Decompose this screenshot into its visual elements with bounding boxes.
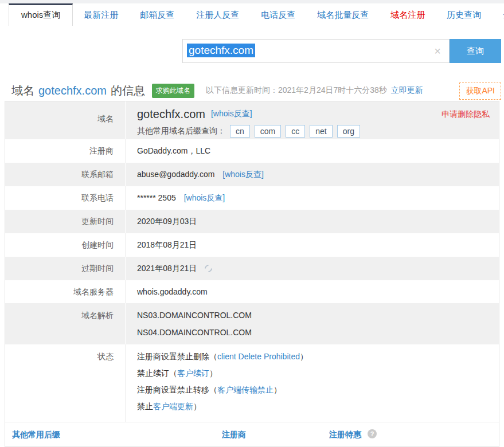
- table-row-nameservers: 域名解析 NS03.DOMAINCONTROL.COM NS04.DOMAINC…: [5, 303, 499, 344]
- buy-domain-badge[interactable]: 求购此域名: [152, 84, 194, 98]
- dns-server-value: whois.godaddy.com: [126, 280, 499, 303]
- footer-col-registrar: 注册商: [222, 430, 246, 440]
- clear-icon[interactable]: ×: [434, 40, 441, 62]
- refresh-now-link[interactable]: 立即更新: [391, 85, 423, 96]
- nameservers-value: NS03.DOMAINCONTROL.COM NS04.DOMAINCONTRO…: [126, 303, 499, 344]
- status-text: 注册商设置禁止转移（: [137, 385, 217, 394]
- status-line: 注册商设置禁止转移（客户端传输禁止）: [137, 382, 499, 398]
- whois-reverse-link[interactable]: [whois反查]: [222, 170, 264, 179]
- update-time-value: 2021年2月24日7时十六分38秒: [278, 85, 387, 95]
- row-label: 注册商: [5, 139, 126, 163]
- status-link[interactable]: 客户端更新: [153, 402, 193, 411]
- status-line: 禁止续订（客户续订）: [137, 365, 499, 382]
- title-domain: gotechfx.com: [38, 84, 107, 97]
- row-label: 更新时间: [5, 210, 126, 233]
- search-input-value-selected: gotechfx.com: [187, 44, 255, 57]
- phone-number: ****** 2505: [137, 193, 176, 202]
- email-value: abuse@godaddy.com [whois反查]: [126, 163, 499, 186]
- footer-col-promo: 注册特惠: [329, 430, 361, 440]
- suffix-box-org[interactable]: org: [337, 125, 360, 138]
- status-line: 注册商设置禁止删除（client Delete Prohibited）: [137, 348, 499, 365]
- row-label: 联系邮箱: [5, 163, 126, 186]
- whois-page: whois查询 最新注册 邮箱反查 注册人反查 电话反查 域名批量反查 域名注册…: [0, 0, 504, 447]
- row-label: 域名服务器: [5, 280, 126, 303]
- loading-spinner-icon: [203, 263, 213, 273]
- table-row-domain: 域名 gotechfx.com [whois反查] 申请删除隐私 其他常用域名后…: [5, 101, 499, 139]
- table-row-email: 联系邮箱 abuse@godaddy.com [whois反查]: [5, 163, 499, 186]
- suffix-box-com[interactable]: com: [255, 125, 281, 138]
- registrar-value: GoDaddy.com，LLC: [126, 139, 499, 163]
- tab-registrant-reverse[interactable]: 注册人反查: [185, 3, 250, 26]
- title-prefix: 域名: [11, 83, 34, 99]
- footer-col-other-suffixes: 其他常用后缀: [12, 430, 60, 440]
- nav-tabbar: whois查询 最新注册 邮箱反查 注册人反查 电话反查 域名批量反查 域名注册…: [0, 3, 504, 26]
- row-label: 状态: [5, 344, 126, 422]
- row-label: 创建时间: [5, 233, 126, 257]
- tab-global-domains[interactable]: 全球域名: [492, 3, 504, 26]
- delete-privacy-link[interactable]: 申请删除隐私: [442, 109, 490, 120]
- update-time-text: 以下信息更新时间：2021年2月24日7时十六分38秒: [206, 85, 387, 96]
- status-close: ）: [274, 385, 282, 394]
- help-icon[interactable]: ?: [368, 429, 377, 438]
- status-link[interactable]: client Delete Prohibited: [217, 352, 300, 361]
- phone-value: ****** 2505 [whois反查]: [126, 186, 499, 210]
- status-text: 禁止: [137, 402, 153, 411]
- status-close: ）: [209, 368, 217, 378]
- suffix-box-cc[interactable]: cc: [286, 125, 305, 138]
- footer-header-row: 其他常用后缀 注册商 注册特惠 ?: [5, 422, 499, 447]
- tab-history-query[interactable]: 历史查询: [436, 3, 492, 26]
- tab-email-reverse[interactable]: 邮箱反查: [129, 3, 185, 26]
- status-text: 注册商设置禁止删除（: [137, 352, 217, 361]
- status-text: 禁止续订（: [137, 368, 177, 378]
- expires-date: 2021年08月21日: [137, 264, 197, 273]
- update-time-label: 以下信息更新时间：: [206, 85, 278, 95]
- status-value: 注册商设置禁止删除（client Delete Prohibited） 禁止续订…: [126, 344, 499, 422]
- table-row-status: 状态 注册商设置禁止删除（client Delete Prohibited） 禁…: [5, 344, 499, 422]
- tab-batch-reverse[interactable]: 域名批量反查: [306, 3, 380, 26]
- tab-domain-register[interactable]: 域名注册: [380, 3, 436, 26]
- nameserver-2: NS04.DOMAINCONTROL.COM: [137, 324, 499, 341]
- suffix-box-cn[interactable]: cn: [230, 125, 250, 138]
- row-label: 过期时间: [5, 257, 126, 280]
- suffix-query-label: 其他常用域名后缀查询：: [137, 126, 225, 136]
- status-close: ）: [300, 352, 308, 361]
- expires-value: 2021年08月21日: [126, 257, 499, 280]
- tab-whois-query[interactable]: whois查询: [9, 3, 73, 26]
- row-label: 域名: [5, 101, 126, 139]
- whois-reverse-link[interactable]: [whois反查]: [211, 109, 252, 119]
- search-button[interactable]: 查询: [450, 39, 501, 63]
- table-row-updated: 更新时间 2020年09月03日: [5, 210, 499, 233]
- created-value: 2018年08月21日: [126, 233, 499, 257]
- status-line: 禁止客户端更新）: [137, 398, 499, 415]
- get-api-button[interactable]: 获取API: [459, 83, 501, 100]
- tab-phone-reverse[interactable]: 电话反查: [250, 3, 306, 26]
- updated-value: 2020年09月03日: [126, 210, 499, 233]
- table-row-expires: 过期时间 2021年08月21日: [5, 257, 499, 280]
- table-row-registrar: 注册商 GoDaddy.com，LLC: [5, 139, 499, 163]
- nameserver-1: NS03.DOMAINCONTROL.COM: [137, 307, 499, 324]
- title-suffix: 的信息: [111, 83, 145, 99]
- result-titlebar: 域名 gotechfx.com 的信息 求购此域名 以下信息更新时间：2021年…: [11, 81, 501, 100]
- status-link[interactable]: 客户端传输禁止: [217, 385, 274, 394]
- row-label: 域名解析: [5, 303, 126, 344]
- status-link[interactable]: 客户续订: [177, 368, 209, 378]
- domain-value: gotechfx.com: [137, 108, 205, 121]
- status-close: ）: [193, 402, 201, 411]
- table-row-created: 创建时间 2018年08月21日: [5, 233, 499, 257]
- table-row-phone: 联系电话 ****** 2505 [whois反查]: [5, 186, 499, 210]
- tab-latest-registered[interactable]: 最新注册: [73, 3, 129, 26]
- search-input[interactable]: gotechfx.com ×: [182, 39, 450, 63]
- whois-reverse-link[interactable]: [whois反查]: [184, 193, 225, 202]
- email-address: abuse@godaddy.com: [137, 170, 214, 179]
- row-value: gotechfx.com [whois反查] 申请删除隐私 其他常用域名后缀查询…: [126, 101, 499, 139]
- table-row-dns-server: 域名服务器 whois.godaddy.com: [5, 280, 499, 303]
- whois-info-table: 域名 gotechfx.com [whois反查] 申请删除隐私 其他常用域名后…: [5, 101, 499, 447]
- suffix-box-net[interactable]: net: [310, 125, 332, 138]
- row-label: 联系电话: [5, 186, 126, 210]
